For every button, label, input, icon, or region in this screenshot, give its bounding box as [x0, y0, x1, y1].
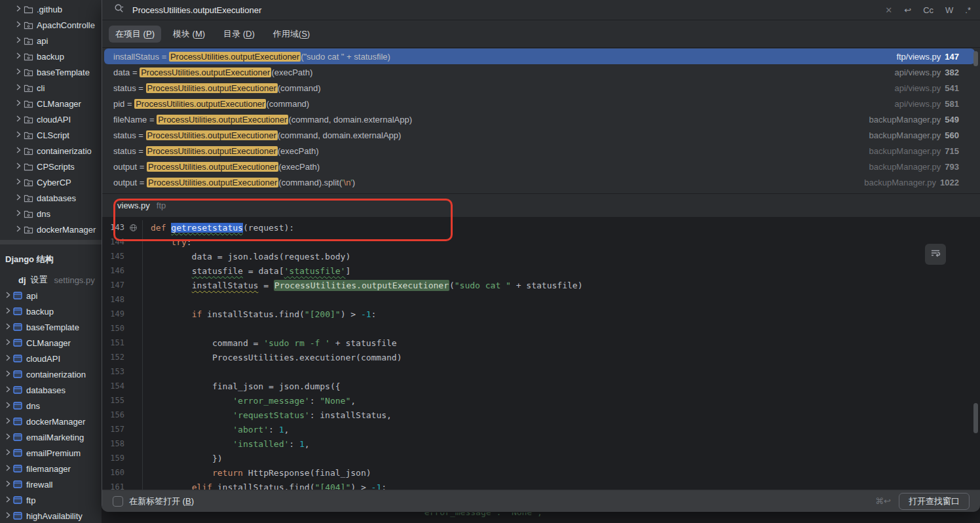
- django-item-backup[interactable]: backup: [0, 303, 102, 319]
- django-item-emailPremium[interactable]: emailPremium: [0, 445, 102, 461]
- chevron-right-icon[interactable]: [13, 36, 24, 45]
- preview-scrollbar-thumb[interactable]: [973, 403, 978, 433]
- sidebar-item-CyberCP[interactable]: CyberCP: [0, 174, 102, 190]
- chevron-right-icon[interactable]: [13, 146, 24, 155]
- result-row[interactable]: installStatus = ProcessUtilities.outputE…: [104, 48, 975, 64]
- django-item-api[interactable]: api: [0, 288, 102, 303]
- django-item-dockerManager[interactable]: dockerManager: [0, 414, 102, 429]
- chevron-right-icon[interactable]: [3, 464, 13, 473]
- result-row[interactable]: fileName = ProcessUtilities.outputExecut…: [104, 111, 975, 127]
- sidebar-item-CPScripts[interactable]: CPScripts: [0, 159, 102, 174]
- clear-icon[interactable]: ✕: [885, 5, 892, 15]
- chevron-right-icon[interactable]: [13, 130, 24, 140]
- django-item-ftp[interactable]: ftp: [0, 492, 102, 508]
- code-segment: if: [192, 309, 202, 319]
- django-item-cloudAPI[interactable]: cloudAPI: [0, 351, 102, 366]
- result-row[interactable]: pid = ProcessUtilities.outputExecutioner…: [104, 96, 975, 111]
- result-row[interactable]: data = ProcessUtilities.outputExecutione…: [104, 64, 975, 80]
- django-item-firewall[interactable]: firewall: [0, 476, 102, 492]
- chevron-right-icon[interactable]: [13, 162, 24, 171]
- chevron-right-icon[interactable]: [13, 83, 24, 92]
- result-row[interactable]: output = ProcessUtilities.outputExecutio…: [104, 159, 975, 174]
- code-line: 155 'error_message': "None",: [102, 393, 980, 408]
- sidebar-item-cli[interactable]: cli: [0, 80, 102, 96]
- panel-splitter[interactable]: [0, 240, 102, 244]
- code-line: 151 command = 'sudo rm -f ' + statusfile: [102, 336, 980, 350]
- chevron-right-icon[interactable]: [3, 338, 13, 347]
- chevron-right-icon[interactable]: [3, 417, 13, 426]
- chevron-right-icon[interactable]: [3, 480, 13, 489]
- chevron-right-icon[interactable]: [3, 511, 13, 520]
- code-segment: (execPath): [278, 146, 319, 156]
- sidebar-item-cloudAPI[interactable]: cloudAPI: [0, 111, 102, 127]
- django-settings-item[interactable]: dj 设置 settings.py: [0, 272, 102, 288]
- chevron-right-icon[interactable]: [3, 291, 13, 300]
- chevron-right-icon[interactable]: [3, 370, 13, 379]
- tab-scope-0[interactable]: 在项目 (P): [109, 26, 161, 43]
- regex-icon[interactable]: .*: [965, 5, 971, 15]
- sidebar-item-dns[interactable]: dns: [0, 206, 102, 222]
- chevron-right-icon[interactable]: [13, 20, 24, 29]
- chevron-right-icon[interactable]: [13, 209, 24, 218]
- tab-scope-2[interactable]: 目录 (D): [217, 26, 261, 43]
- chevron-right-icon[interactable]: [3, 354, 13, 363]
- sidebar-item-CLScript[interactable]: CLScript: [0, 127, 102, 143]
- tab-scope-1[interactable]: 模块 (M): [166, 26, 212, 43]
- django-item-emailMarketing[interactable]: emailMarketing: [0, 429, 102, 445]
- django-app-icon: [13, 339, 26, 347]
- chevron-right-icon[interactable]: [13, 225, 24, 234]
- django-item-containerization[interactable]: containerization: [0, 366, 102, 382]
- tree-item-label: containerizatio: [37, 146, 92, 156]
- search-query[interactable]: ProcessUtilities.outputExecutioner: [132, 5, 873, 15]
- result-row[interactable]: output = ProcessUtilities.outputExecutio…: [104, 174, 975, 190]
- sidebar-item-CLManager[interactable]: CLManager: [0, 96, 102, 111]
- chevron-right-icon[interactable]: [13, 115, 24, 124]
- code-text: installStatus = ProcessUtilities.outputE…: [151, 281, 582, 290]
- sidebar-item-dockerManager[interactable]: dockerManager: [0, 222, 102, 237]
- code-segment: [151, 266, 192, 276]
- sidebar-item-databases[interactable]: databases: [0, 190, 102, 206]
- django-item-CLManager[interactable]: CLManager: [0, 335, 102, 351]
- chevron-right-icon[interactable]: [3, 448, 13, 457]
- chevron-right-icon[interactable]: [13, 52, 24, 61]
- django-item-databases[interactable]: databases: [0, 382, 102, 398]
- match-case-icon[interactable]: Cc: [923, 5, 933, 15]
- result-row[interactable]: status = ProcessUtilities.outputExecutio…: [104, 80, 975, 96]
- sidebar-item-backup[interactable]: backup: [0, 48, 102, 64]
- django-item-baseTemplate[interactable]: baseTemplate: [0, 319, 102, 335]
- django-item-filemanager[interactable]: filemanager: [0, 461, 102, 476]
- package-folder-icon: [24, 225, 37, 234]
- chevron-right-icon[interactable]: [13, 178, 24, 187]
- result-row[interactable]: status = ProcessUtilities.outputExecutio…: [104, 127, 975, 143]
- newline-icon[interactable]: ↩: [904, 5, 911, 15]
- sidebar-item-containerizatio[interactable]: containerizatio: [0, 143, 102, 159]
- django-item-dns[interactable]: dns: [0, 398, 102, 414]
- chevron-right-icon[interactable]: [13, 193, 24, 203]
- chevron-right-icon[interactable]: [13, 5, 24, 14]
- tree-item-label: ApachControlle: [37, 20, 95, 30]
- background-code-fragment: 'error_message': "None",: [419, 513, 542, 517]
- whole-words-icon[interactable]: W: [945, 5, 953, 15]
- package-folder-icon: [24, 178, 37, 187]
- chevron-right-icon[interactable]: [13, 68, 24, 77]
- sidebar-item-.github[interactable]: .github: [0, 1, 102, 17]
- results-scrollbar-thumb[interactable]: [973, 51, 978, 66]
- sidebar-item-ApachControlle[interactable]: ApachControlle: [0, 17, 102, 33]
- chevron-right-icon[interactable]: [3, 401, 13, 410]
- tab-scope-3[interactable]: 作用域(S): [267, 26, 316, 43]
- tree-item-label: emailPremium: [26, 448, 81, 458]
- result-row[interactable]: status = ProcessUtilities.outputExecutio…: [104, 143, 975, 159]
- sidebar-item-baseTemplate[interactable]: baseTemplate: [0, 64, 102, 80]
- chevron-right-icon[interactable]: [3, 433, 13, 442]
- soft-wrap-button[interactable]: [925, 244, 946, 265]
- open-find-window-button[interactable]: 打开查找窗口: [899, 493, 970, 510]
- open-in-new-tab-checkbox[interactable]: [113, 496, 123, 507]
- chevron-right-icon[interactable]: [3, 307, 13, 316]
- chevron-right-icon[interactable]: [13, 99, 24, 108]
- chevron-right-icon[interactable]: [3, 495, 13, 505]
- result-code: fileName = ProcessUtilities.outputExecut…: [113, 115, 412, 125]
- django-item-highAvailability[interactable]: highAvailability: [0, 508, 102, 523]
- chevron-right-icon[interactable]: [3, 385, 13, 395]
- chevron-right-icon[interactable]: [3, 322, 13, 332]
- sidebar-item-api[interactable]: api: [0, 33, 102, 48]
